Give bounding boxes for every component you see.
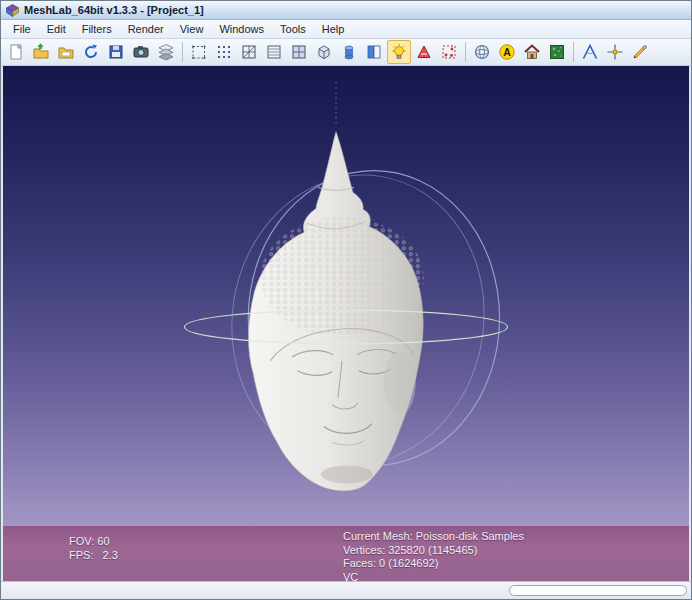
toolbar-separator (573, 42, 574, 62)
points-icon[interactable] (212, 40, 236, 64)
horizontal-scrollbar-thumb[interactable] (509, 585, 687, 596)
toolbar-separator (465, 42, 466, 62)
texture-icon[interactable] (362, 40, 386, 64)
vertices-count: Vertices: 325820 (1145465) (343, 544, 524, 558)
box-icon[interactable] (312, 40, 336, 64)
info-overlay-band: FOV: 60 FPS: 2.3 Current Mesh: Poisson-d… (3, 526, 689, 581)
environment-map-icon[interactable] (545, 40, 569, 64)
main-toolbar: A (1, 39, 691, 66)
select-vertices-icon[interactable] (437, 40, 461, 64)
layers-icon[interactable] (154, 40, 178, 64)
gl-viewport[interactable]: FOV: 60 FPS: 2.3 Current Mesh: Poisson-d… (1, 66, 691, 581)
wireframe-icon[interactable] (237, 40, 261, 64)
flat-lines-icon[interactable] (287, 40, 311, 64)
window-title: MeshLab_64bit v1.3.3 - [Project_1] (24, 4, 204, 16)
open-mesh-icon[interactable] (54, 40, 78, 64)
scene-canvas (3, 66, 689, 581)
open-project-icon[interactable] (29, 40, 53, 64)
select-faces-icon[interactable] (412, 40, 436, 64)
light-toggle-icon[interactable] (387, 40, 411, 64)
measure-icon[interactable] (578, 40, 602, 64)
menu-help[interactable]: Help (314, 21, 353, 37)
show-axis-icon[interactable]: A (495, 40, 519, 64)
mesh-info-hud: Current Mesh: Poisson-disk Samples Verti… (343, 530, 524, 581)
vertex-color-label: VC (343, 571, 524, 582)
menu-render[interactable]: Render (120, 21, 172, 37)
new-document-icon[interactable] (4, 40, 28, 64)
menu-windows[interactable]: Windows (211, 21, 272, 37)
save-mesh-icon[interactable] (104, 40, 128, 64)
toolbar-separator (182, 42, 183, 62)
menu-file[interactable]: File (5, 21, 39, 37)
menu-view[interactable]: View (172, 21, 212, 37)
reload-icon[interactable] (79, 40, 103, 64)
meshlab-logo-icon (6, 4, 19, 17)
title-bar[interactable]: MeshLab_64bit v1.3.3 - [Project_1] (1, 1, 691, 20)
menu-filters[interactable]: Filters (74, 21, 120, 37)
trackball-icon[interactable] (470, 40, 494, 64)
edit-pencil-icon[interactable] (628, 40, 652, 64)
current-mesh-label: Current Mesh: Poisson-disk Samples (343, 530, 524, 544)
bounding-box-icon[interactable] (187, 40, 211, 64)
meshlab-window: MeshLab_64bit v1.3.3 - [Project_1] File … (0, 0, 692, 600)
faces-count: Faces: 0 (1624692) (343, 557, 524, 571)
fov-value: FOV: 60 (69, 535, 118, 549)
camera-hud: FOV: 60 FPS: 2.3 (69, 535, 118, 562)
menu-edit[interactable]: Edit (39, 21, 74, 37)
menu-tools[interactable]: Tools (272, 21, 314, 37)
smooth-shading-icon[interactable] (337, 40, 361, 64)
point-picker-icon[interactable] (603, 40, 627, 64)
svg-text:A: A (503, 46, 511, 58)
fps-value: FPS: 2.3 (69, 549, 118, 563)
home-icon[interactable] (520, 40, 544, 64)
hidden-lines-icon[interactable] (262, 40, 286, 64)
snapshot-icon[interactable] (129, 40, 153, 64)
status-strip (1, 581, 691, 599)
menu-bar: File Edit Filters Render View Windows To… (1, 20, 691, 39)
